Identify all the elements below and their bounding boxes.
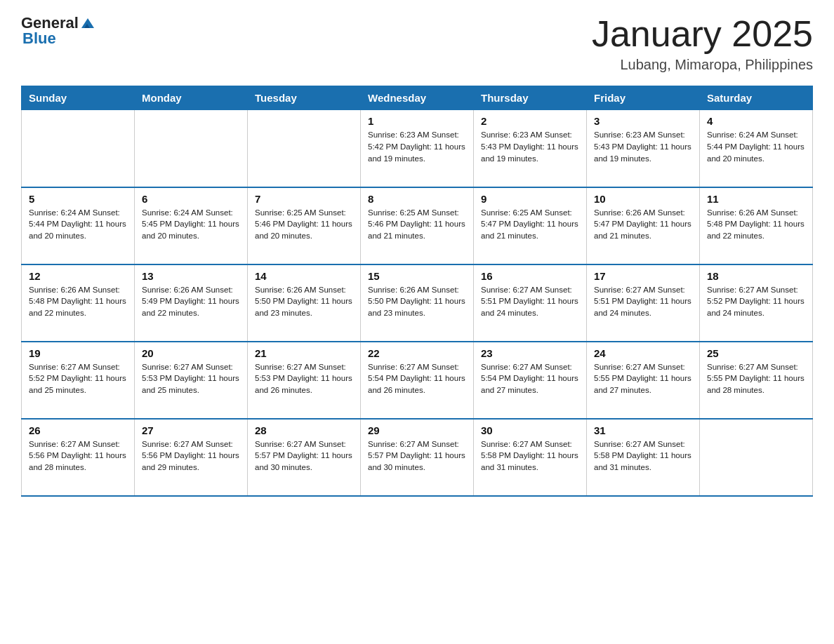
day-number: 7 (255, 193, 353, 205)
col-header-tuesday: Tuesday (248, 86, 361, 110)
calendar-week-row: 19Sunrise: 6:27 AM Sunset: 5:52 PM Dayli… (22, 342, 813, 419)
day-number: 20 (142, 347, 240, 359)
calendar-cell: 19Sunrise: 6:27 AM Sunset: 5:52 PM Dayli… (22, 342, 135, 419)
calendar-cell: 10Sunrise: 6:26 AM Sunset: 5:47 PM Dayli… (587, 187, 700, 264)
calendar-cell: 3Sunrise: 6:23 AM Sunset: 5:43 PM Daylig… (587, 110, 700, 187)
calendar-cell (248, 110, 361, 187)
calendar-cell: 26Sunrise: 6:27 AM Sunset: 5:56 PM Dayli… (22, 419, 135, 496)
day-number: 1 (368, 115, 466, 127)
day-number: 17 (594, 270, 692, 282)
day-info: Sunrise: 6:27 AM Sunset: 5:51 PM Dayligh… (594, 284, 692, 319)
day-number: 30 (481, 424, 579, 436)
calendar-cell: 16Sunrise: 6:27 AM Sunset: 5:51 PM Dayli… (474, 264, 587, 342)
day-number: 22 (368, 347, 466, 359)
day-number: 6 (142, 193, 240, 205)
day-number: 26 (29, 424, 127, 436)
day-info: Sunrise: 6:23 AM Sunset: 5:43 PM Dayligh… (594, 129, 692, 164)
day-info: Sunrise: 6:27 AM Sunset: 5:52 PM Dayligh… (707, 284, 805, 319)
col-header-friday: Friday (587, 86, 700, 110)
calendar-week-row: 5Sunrise: 6:24 AM Sunset: 5:44 PM Daylig… (22, 187, 813, 264)
day-number: 31 (594, 424, 692, 436)
calendar-cell: 11Sunrise: 6:26 AM Sunset: 5:48 PM Dayli… (700, 187, 813, 264)
calendar-cell: 14Sunrise: 6:26 AM Sunset: 5:50 PM Dayli… (248, 264, 361, 342)
calendar-cell: 30Sunrise: 6:27 AM Sunset: 5:58 PM Dayli… (474, 419, 587, 496)
calendar-cell: 6Sunrise: 6:24 AM Sunset: 5:45 PM Daylig… (135, 187, 248, 264)
day-info: Sunrise: 6:27 AM Sunset: 5:58 PM Dayligh… (594, 438, 692, 474)
calendar-week-row: 26Sunrise: 6:27 AM Sunset: 5:56 PM Dayli… (22, 419, 813, 496)
calendar-cell: 23Sunrise: 6:27 AM Sunset: 5:54 PM Dayli… (474, 342, 587, 419)
day-info: Sunrise: 6:27 AM Sunset: 5:53 PM Dayligh… (142, 361, 240, 396)
calendar-cell: 20Sunrise: 6:27 AM Sunset: 5:53 PM Dayli… (135, 342, 248, 419)
day-info: Sunrise: 6:26 AM Sunset: 5:50 PM Dayligh… (368, 284, 466, 319)
calendar-cell: 4Sunrise: 6:24 AM Sunset: 5:44 PM Daylig… (700, 110, 813, 187)
calendar-cell: 22Sunrise: 6:27 AM Sunset: 5:54 PM Dayli… (361, 342, 474, 419)
calendar-cell: 13Sunrise: 6:26 AM Sunset: 5:49 PM Dayli… (135, 264, 248, 342)
day-number: 23 (481, 347, 579, 359)
day-info: Sunrise: 6:27 AM Sunset: 5:56 PM Dayligh… (29, 438, 127, 474)
calendar-cell: 28Sunrise: 6:27 AM Sunset: 5:57 PM Dayli… (248, 419, 361, 496)
day-info: Sunrise: 6:27 AM Sunset: 5:54 PM Dayligh… (368, 361, 466, 396)
calendar-week-row: 12Sunrise: 6:26 AM Sunset: 5:48 PM Dayli… (22, 264, 813, 342)
day-number: 4 (707, 115, 805, 127)
day-info: Sunrise: 6:27 AM Sunset: 5:54 PM Dayligh… (481, 361, 579, 396)
day-number: 8 (368, 193, 466, 205)
day-info: Sunrise: 6:24 AM Sunset: 5:45 PM Dayligh… (142, 207, 240, 242)
logo-icon (80, 15, 95, 31)
col-header-saturday: Saturday (700, 86, 813, 110)
calendar-header-row: SundayMondayTuesdayWednesdayThursdayFrid… (22, 86, 813, 110)
calendar-cell: 2Sunrise: 6:23 AM Sunset: 5:43 PM Daylig… (474, 110, 587, 187)
day-number: 2 (481, 115, 579, 127)
calendar-cell (700, 419, 813, 496)
day-number: 18 (707, 270, 805, 282)
day-number: 16 (481, 270, 579, 282)
calendar-cell: 17Sunrise: 6:27 AM Sunset: 5:51 PM Dayli… (587, 264, 700, 342)
calendar-cell: 7Sunrise: 6:25 AM Sunset: 5:46 PM Daylig… (248, 187, 361, 264)
day-number: 13 (142, 270, 240, 282)
logo: General Blue (21, 14, 95, 48)
day-info: Sunrise: 6:23 AM Sunset: 5:42 PM Dayligh… (368, 129, 466, 164)
calendar-cell: 21Sunrise: 6:27 AM Sunset: 5:53 PM Dayli… (248, 342, 361, 419)
day-number: 24 (594, 347, 692, 359)
calendar-cell: 9Sunrise: 6:25 AM Sunset: 5:47 PM Daylig… (474, 187, 587, 264)
day-info: Sunrise: 6:26 AM Sunset: 5:50 PM Dayligh… (255, 284, 353, 319)
calendar-cell: 8Sunrise: 6:25 AM Sunset: 5:46 PM Daylig… (361, 187, 474, 264)
day-info: Sunrise: 6:27 AM Sunset: 5:58 PM Dayligh… (481, 438, 579, 474)
day-info: Sunrise: 6:27 AM Sunset: 5:51 PM Dayligh… (481, 284, 579, 319)
calendar-cell: 5Sunrise: 6:24 AM Sunset: 5:44 PM Daylig… (22, 187, 135, 264)
day-number: 29 (368, 424, 466, 436)
page-header: General Blue January 2025 Lubang, Mimaro… (21, 14, 813, 73)
day-number: 9 (481, 193, 579, 205)
calendar-cell: 25Sunrise: 6:27 AM Sunset: 5:55 PM Dayli… (700, 342, 813, 419)
day-number: 19 (29, 347, 127, 359)
calendar-cell (135, 110, 248, 187)
day-number: 25 (707, 347, 805, 359)
day-number: 12 (29, 270, 127, 282)
calendar-table: SundayMondayTuesdayWednesdayThursdayFrid… (21, 86, 813, 497)
day-info: Sunrise: 6:27 AM Sunset: 5:55 PM Dayligh… (594, 361, 692, 396)
day-number: 21 (255, 347, 353, 359)
day-number: 10 (594, 193, 692, 205)
calendar-week-row: 1Sunrise: 6:23 AM Sunset: 5:42 PM Daylig… (22, 110, 813, 187)
col-header-sunday: Sunday (22, 86, 135, 110)
day-info: Sunrise: 6:27 AM Sunset: 5:57 PM Dayligh… (255, 438, 353, 474)
day-info: Sunrise: 6:26 AM Sunset: 5:47 PM Dayligh… (594, 207, 692, 242)
day-info: Sunrise: 6:25 AM Sunset: 5:47 PM Dayligh… (481, 207, 579, 242)
col-header-wednesday: Wednesday (361, 86, 474, 110)
day-info: Sunrise: 6:27 AM Sunset: 5:52 PM Dayligh… (29, 361, 127, 396)
day-info: Sunrise: 6:26 AM Sunset: 5:48 PM Dayligh… (29, 284, 127, 319)
calendar-cell: 24Sunrise: 6:27 AM Sunset: 5:55 PM Dayli… (587, 342, 700, 419)
day-info: Sunrise: 6:26 AM Sunset: 5:49 PM Dayligh… (142, 284, 240, 319)
calendar-cell: 18Sunrise: 6:27 AM Sunset: 5:52 PM Dayli… (700, 264, 813, 342)
day-number: 15 (368, 270, 466, 282)
calendar-cell: 27Sunrise: 6:27 AM Sunset: 5:56 PM Dayli… (135, 419, 248, 496)
day-number: 5 (29, 193, 127, 205)
calendar-subtitle: Lubang, Mimaropa, Philippines (592, 57, 813, 73)
calendar-cell: 1Sunrise: 6:23 AM Sunset: 5:42 PM Daylig… (361, 110, 474, 187)
calendar-cell (22, 110, 135, 187)
day-info: Sunrise: 6:27 AM Sunset: 5:55 PM Dayligh… (707, 361, 805, 396)
day-number: 11 (707, 193, 805, 205)
day-info: Sunrise: 6:24 AM Sunset: 5:44 PM Dayligh… (707, 129, 805, 164)
day-info: Sunrise: 6:27 AM Sunset: 5:53 PM Dayligh… (255, 361, 353, 396)
day-info: Sunrise: 6:27 AM Sunset: 5:56 PM Dayligh… (142, 438, 240, 474)
day-number: 27 (142, 424, 240, 436)
